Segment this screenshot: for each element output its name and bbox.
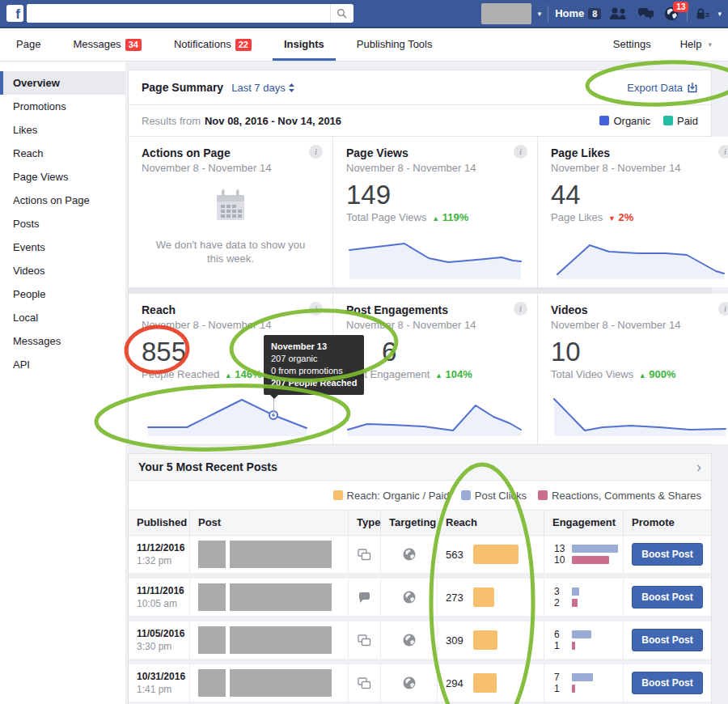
search-input[interactable] — [27, 4, 330, 23]
page-views-sparkline — [346, 237, 524, 279]
reach-value: 309 — [446, 634, 473, 647]
card-page-likes[interactable]: Page Likes November 8 - November 14 i 44… — [538, 137, 728, 287]
profile-name-redacted[interactable] — [481, 3, 531, 24]
boost-post-button[interactable]: Boost Post — [632, 586, 703, 609]
posts-legend: Reach: Organic / Paid Post Clicks Reacti… — [129, 481, 711, 511]
home-link[interactable]: Home 8 — [555, 7, 601, 19]
boost-post-button[interactable]: Boost Post — [632, 543, 703, 566]
reach-swatch — [333, 490, 343, 500]
card-reach[interactable]: Reach November 8 - November 14 i 855 Peo… — [129, 294, 332, 444]
friend-requests-icon[interactable] — [607, 7, 629, 19]
sidebar-item-people[interactable]: People — [0, 282, 125, 306]
post-time: 1:32 pm — [137, 555, 171, 566]
post-time: 1:41 pm — [137, 684, 171, 695]
info-icon[interactable]: i — [514, 302, 527, 316]
nav-settings[interactable]: Settings — [613, 28, 651, 61]
reach-bar — [473, 545, 518, 564]
card-videos[interactable]: Videos November 8 - November 14 i 10 Tot… — [538, 294, 728, 444]
post-preview[interactable] — [190, 621, 349, 659]
post-thumbnail-redacted — [198, 583, 226, 611]
post-row-1: 11/12/2016 1:32 pm — [129, 536, 711, 573]
account-caret-icon[interactable]: ▾ — [717, 10, 722, 18]
recent-posts-title: Your 5 Most Recent Posts — [138, 460, 277, 473]
reach-sparkline[interactable] — [142, 394, 320, 436]
sidebar-item-local[interactable]: Local — [0, 306, 125, 329]
sidebar-item-overview[interactable]: Overview — [0, 71, 125, 95]
info-icon[interactable]: i — [718, 145, 728, 159]
sidebar-item-events[interactable]: Events — [0, 235, 125, 259]
home-label: Home — [555, 7, 584, 19]
post-preview[interactable] — [190, 536, 349, 573]
search-box — [27, 4, 353, 23]
sidebar-item-messages[interactable]: Messages — [0, 329, 125, 353]
tooltip-organic: 207 organic — [271, 353, 357, 365]
status-post-icon — [358, 592, 370, 603]
sidebar-item-promotions[interactable]: Promotions — [0, 95, 125, 118]
card-page-views[interactable]: Page Views November 8 - November 14 i 14… — [333, 137, 537, 287]
sidebar-item-posts[interactable]: Posts — [0, 212, 125, 235]
card-actions-on-page[interactable]: Actions on Page November 8 - November 14… — [129, 137, 332, 287]
sidebar-item-likes[interactable]: Likes — [0, 118, 125, 142]
info-icon[interactable]: i — [309, 145, 323, 159]
engagement-cell: 13 10 — [544, 536, 624, 573]
promote-cell: Boost Post — [624, 664, 711, 702]
search-button[interactable] — [330, 4, 353, 23]
messages-count-badge: 34 — [125, 39, 142, 51]
calendar-icon — [212, 187, 249, 224]
metric-label: Total Page Views — [346, 211, 427, 223]
notifications-count-badge: 22 — [235, 39, 252, 51]
sidebar-item-reach[interactable]: Reach — [0, 142, 125, 165]
tooltip-date: November 13 — [271, 341, 357, 353]
promote-cell: Boost Post — [624, 579, 711, 616]
sidebar-item-videos[interactable]: Videos — [0, 259, 125, 282]
info-icon[interactable]: i — [309, 302, 323, 316]
main-content: Page Summary Last 7 days Export Data — [125, 61, 728, 704]
post-row-2: 11/11/2016 10:05 am — [129, 579, 711, 616]
info-icon[interactable]: i — [514, 145, 527, 159]
col-post: Post — [190, 511, 349, 535]
post-text-redacted — [230, 541, 332, 568]
organic-swatch — [599, 116, 609, 125]
boost-post-button[interactable]: Boost Post — [632, 672, 703, 694]
sidebar-item-actions-on-page[interactable]: Actions on Page — [0, 189, 125, 212]
reach-cell: 294 — [438, 664, 544, 702]
page-nav-bar: Page Messages 34 Notifications 22 Insigh… — [0, 28, 728, 61]
facebook-logo[interactable]: f — [6, 5, 23, 22]
chevron-right-icon[interactable]: › — [696, 461, 701, 473]
profile-caret-icon[interactable]: ▾ — [538, 10, 542, 18]
info-icon[interactable]: i — [718, 302, 728, 316]
nav-tab-page[interactable]: Page — [16, 28, 40, 61]
reactions-count: 1 — [554, 685, 572, 693]
post-type-cell — [349, 536, 381, 573]
sidebar-item-page-views[interactable]: Page Views — [0, 165, 125, 189]
nav-tab-messages[interactable]: Messages 34 — [73, 28, 142, 61]
reach-value: 294 — [446, 677, 473, 689]
post-preview[interactable] — [190, 579, 349, 616]
privacy-shortcuts-icon[interactable] — [694, 8, 711, 19]
notification-count-badge: 13 — [673, 2, 688, 12]
metric-delta: ▼ 2% — [608, 211, 633, 223]
nav-label: Publishing Tools — [357, 28, 433, 61]
page-summary-title: Page Summary — [142, 81, 223, 94]
export-data-button[interactable]: Export Data — [627, 82, 698, 94]
photo-post-icon — [358, 549, 371, 561]
nav-tab-publishing-tools[interactable]: Publishing Tools — [357, 28, 433, 61]
boost-post-button[interactable]: Boost Post — [632, 629, 703, 651]
chart-hover-tooltip: November 13 207 organic 0 from promotion… — [264, 335, 364, 395]
post-date: 11/05/2016 — [137, 628, 184, 639]
legend-label: Reactions, Comments & Shares — [552, 490, 701, 502]
card-date-range: November 8 - November 14 — [142, 162, 320, 174]
targeting-cell — [381, 579, 438, 616]
nav-help[interactable]: Help ▾ — [680, 28, 712, 61]
notifications-globe-icon[interactable]: 13 — [662, 6, 680, 21]
post-preview[interactable] — [190, 664, 349, 702]
nav-tab-insights[interactable]: Insights — [284, 28, 324, 61]
chevron-down-icon: ▾ — [708, 28, 712, 61]
post-date: 11/11/2016 — [137, 585, 184, 596]
nav-tab-notifications[interactable]: Notifications 22 — [174, 28, 252, 61]
date-range-selector[interactable]: Last 7 days — [231, 82, 294, 94]
post-thumbnail-redacted — [198, 626, 226, 654]
sidebar-item-api[interactable]: API — [0, 353, 125, 376]
messenger-icon[interactable] — [636, 7, 656, 19]
metric-delta: ▲ 146% — [225, 368, 262, 380]
